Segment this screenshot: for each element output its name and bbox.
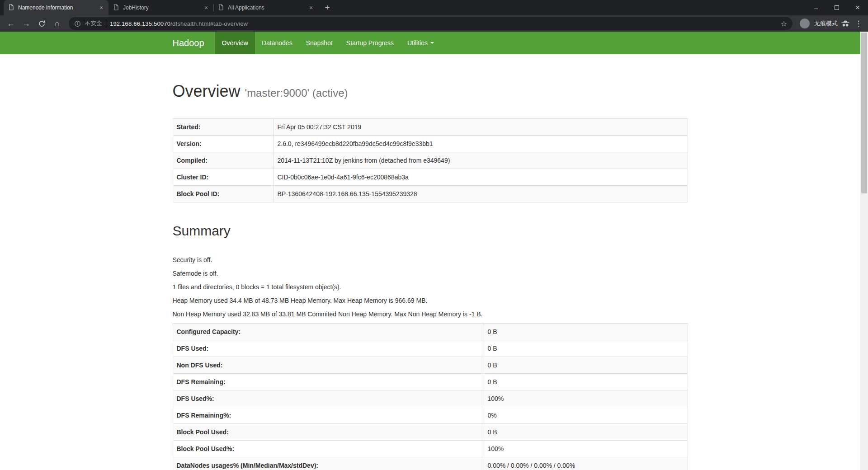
caret-down-icon [430, 42, 434, 44]
summary-table: Configured Capacity:0 B DFS Used:0 B Non… [173, 323, 688, 470]
close-tab-icon[interactable]: × [98, 4, 105, 11]
table-row: Block Pool Used:0 B [173, 423, 688, 440]
main-container: Overview 'master:9000' (active) Started:… [166, 82, 695, 470]
omnibox-separator [106, 20, 106, 27]
maximize-icon [835, 5, 839, 10]
incognito-mode-label: 无痕模式 [814, 19, 838, 28]
row-value: 0 B [484, 357, 688, 373]
table-row: Block Pool ID:BP-1360642408-192.168.66.1… [173, 185, 688, 202]
overview-info-table: Started:Fri Apr 05 00:27:32 CST 2019 Ver… [173, 118, 688, 202]
menu-dots-icon[interactable]: ⋮ [853, 19, 864, 28]
url-host: 192.168.66.135:50070 [110, 20, 170, 27]
row-label: Compiled: [173, 152, 274, 169]
table-row: DFS Remaining:0 B [173, 373, 688, 390]
table-row: Configured Capacity:0 B [173, 323, 688, 340]
page-title: Overview 'master:9000' (active) [173, 82, 688, 100]
reload-button[interactable] [34, 16, 49, 31]
minimize-button[interactable]: – [806, 0, 826, 15]
maximize-button[interactable] [826, 0, 847, 15]
row-label: DFS Used%: [173, 390, 484, 407]
navbar-container: Hadoop Overview Datanodes Snapshot Start… [166, 32, 695, 54]
row-value: BP-1360642408-192.168.66.135-15543952393… [274, 185, 688, 202]
table-row: Compiled:2014-11-13T21:10Z by jenkins fr… [173, 152, 688, 169]
table-row: Non DFS Used:0 B [173, 357, 688, 373]
tab-title: All Applications [228, 5, 304, 11]
home-button[interactable]: ⌂ [50, 16, 64, 31]
summary-line: Security is off. [173, 255, 688, 264]
hadoop-navbar: Hadoop Overview Datanodes Snapshot Start… [0, 32, 860, 54]
page-content: Hadoop Overview Datanodes Snapshot Start… [0, 32, 860, 470]
page-scrollbar[interactable] [860, 32, 868, 470]
page-title-text: Overview [173, 82, 241, 100]
row-label: Configured Capacity: [173, 323, 484, 340]
row-label: DFS Used: [173, 340, 484, 357]
page-subtitle: 'master:9000' (active) [245, 87, 348, 99]
tab-title: JobHistory [123, 5, 199, 11]
row-label: Non DFS Used: [173, 357, 484, 373]
browser-window: Namenode information × JobHistory × All … [0, 0, 868, 470]
row-value: 0% [484, 407, 688, 423]
row-label: Started: [173, 118, 274, 135]
tab-jobhistory[interactable]: JobHistory × [108, 0, 213, 15]
table-row: Block Pool Used%:100% [173, 440, 688, 457]
bookmark-star-icon[interactable]: ☆ [781, 19, 787, 28]
nav-overview[interactable]: Overview [215, 32, 255, 54]
row-label: DFS Remaining%: [173, 407, 484, 423]
row-label: Block Pool Used: [173, 423, 484, 440]
row-label: DataNodes usages% (Min/Median/Max/stdDev… [173, 457, 484, 470]
summary-line: Safemode is off. [173, 269, 688, 278]
tab-all-applications[interactable]: All Applications × [213, 0, 318, 15]
profile-avatar[interactable] [800, 19, 810, 28]
tab-title: Namenode information [18, 5, 94, 11]
tab-namenode-information[interactable]: Namenode information × [4, 0, 108, 15]
browser-toolbar: ← → ⌂ 不安全 192.168.66.135:50070/dfshealth… [0, 15, 868, 32]
table-row: Cluster ID:CID-0b0c06ae-1e0d-4a61-9fc6-e… [173, 169, 688, 185]
tab-strip: Namenode information × JobHistory × All … [0, 0, 868, 15]
document-favicon-icon [218, 4, 224, 12]
row-value: 2.6.0, re3496499ecb8d220fba99dc5ed4c99c8… [274, 135, 688, 152]
table-row: Started:Fri Apr 05 00:27:32 CST 2019 [173, 118, 688, 135]
row-value: 2014-11-13T21:10Z by jenkins from (detac… [274, 152, 688, 169]
document-favicon-icon [8, 4, 14, 12]
summary-line: Non Heap Memory used 32.83 MB of 33.81 M… [173, 310, 688, 319]
table-row: DFS Remaining%:0% [173, 407, 688, 423]
window-controls: – × [806, 0, 868, 15]
table-row: DFS Used%:100% [173, 390, 688, 407]
close-tab-icon[interactable]: × [203, 4, 210, 11]
row-label: DFS Remaining: [173, 373, 484, 390]
summary-heading: Summary [173, 223, 688, 238]
summary-line: Heap Memory used 34.4 MB of 48.73 MB Hea… [173, 296, 688, 305]
row-value: Fri Apr 05 00:27:32 CST 2019 [274, 118, 688, 135]
nav-utilities-label: Utilities [407, 39, 428, 47]
nav-datanodes[interactable]: Datanodes [255, 32, 299, 54]
info-icon[interactable] [74, 20, 81, 27]
row-label: Block Pool Used%: [173, 440, 484, 457]
row-value: 0.00% / 0.00% / 0.00% / 0.00% [484, 457, 688, 470]
row-value: 100% [484, 440, 688, 457]
close-window-button[interactable]: × [847, 0, 868, 15]
row-value: CID-0b0c06ae-1e0d-4a61-9fc6-ec200868ab3a [274, 169, 688, 185]
forward-button[interactable]: → [19, 16, 33, 31]
nav-startup-progress[interactable]: Startup Progress [340, 32, 401, 54]
row-value: 0 B [484, 323, 688, 340]
document-favicon-icon [113, 4, 119, 12]
address-bar[interactable]: 不安全 192.168.66.135:50070/dfshealth.html#… [69, 17, 793, 30]
row-label: Version: [173, 135, 274, 152]
incognito-icon [841, 20, 850, 27]
row-value: 0 B [484, 423, 688, 440]
summary-line: 1 files and directories, 0 blocks = 1 to… [173, 282, 688, 291]
table-row: Version:2.6.0, re3496499ecb8d220fba99dc5… [173, 135, 688, 152]
nav-utilities[interactable]: Utilities [401, 32, 441, 54]
url-text[interactable]: 192.168.66.135:50070/dfshealth.html#tab-… [110, 20, 777, 27]
scrollbar-thumb[interactable] [861, 33, 867, 193]
hadoop-brand[interactable]: Hadoop [173, 32, 215, 54]
table-row: DFS Used:0 B [173, 340, 688, 357]
close-tab-icon[interactable]: × [307, 4, 315, 11]
row-label: Block Pool ID: [173, 185, 274, 202]
row-value: 0 B [484, 373, 688, 390]
nav-snapshot[interactable]: Snapshot [299, 32, 340, 54]
back-button[interactable]: ← [4, 16, 18, 31]
row-value: 100% [484, 390, 688, 407]
security-chip[interactable]: 不安全 [85, 19, 102, 28]
new-tab-button[interactable]: + [321, 1, 334, 14]
